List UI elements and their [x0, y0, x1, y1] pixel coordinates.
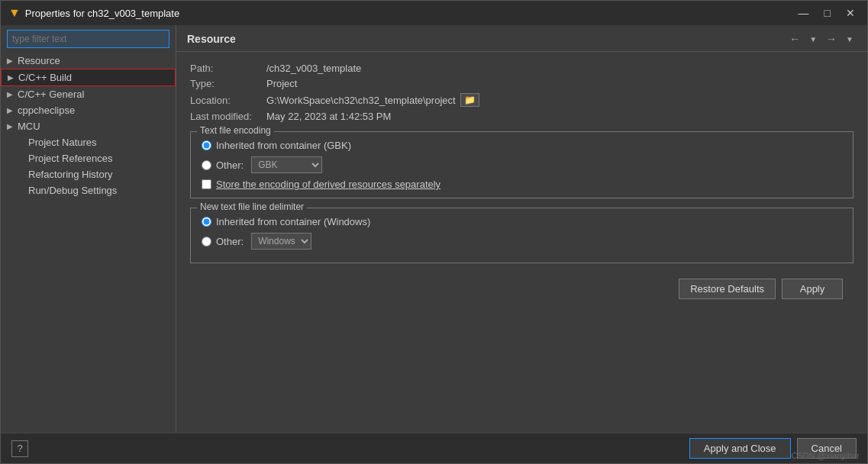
forward-dropdown-button[interactable]: ▼ — [843, 34, 857, 45]
main-header: Resource ← ▼ → ▼ — [176, 25, 867, 52]
encoding-radio2-row: Other: GBK UTF-8 ISO-8859-1 — [202, 156, 842, 173]
title-bar-left: ▼ Properties for ch32_v003_template — [8, 6, 179, 20]
encoding-radio2[interactable] — [202, 160, 211, 170]
encoding-radio2-label: Other: — [216, 160, 244, 171]
sidebar-item-label: Refactoring History — [28, 169, 169, 180]
encoding-section: Text file encoding Inherited from contai… — [190, 131, 853, 198]
location-label: Location: — [190, 95, 266, 106]
maximize-button[interactable]: □ — [820, 5, 835, 21]
newline-radio1-label: Inherited from container (Windows) — [216, 216, 370, 227]
lastmod-value: May 22, 2023 at 1:42:53 PM — [266, 111, 391, 122]
sidebar: ▶ Resource ▶ C/C++ Build ▶ C/C++ General… — [1, 25, 176, 433]
search-input[interactable] — [7, 30, 169, 48]
close-button[interactable]: ✕ — [841, 5, 860, 21]
encoding-radio1[interactable] — [202, 140, 211, 150]
path-row: Path: /ch32_v003_template — [190, 63, 853, 74]
newline-radio1[interactable] — [202, 217, 211, 227]
dialog-title: Properties for ch32_v003_template — [25, 8, 179, 19]
sidebar-item-cpp-general[interactable]: ▶ C/C++ General — [1, 86, 176, 102]
newline-radio2[interactable] — [202, 237, 211, 246]
dialog: ▼ Properties for ch32_v003_template — □ … — [0, 0, 868, 464]
sidebar-item-resource[interactable]: ▶ Resource — [1, 53, 176, 69]
path-label: Path: — [190, 63, 266, 74]
footer-wrapper: ? Apply and Close Cancel CSDN @xiaoyibar — [1, 433, 867, 463]
encoding-checkbox[interactable] — [202, 179, 211, 189]
minimize-button[interactable]: — — [794, 5, 814, 21]
lastmod-row: Last modified: May 22, 2023 at 1:42:53 P… — [190, 111, 853, 122]
main-area: Resource ← ▼ → ▼ Path: /ch32_v003_templa… — [176, 25, 867, 433]
sidebar-item-label: Project References — [28, 153, 169, 164]
arrow-icon: ▶ — [7, 56, 18, 65]
newline-radio2-label: Other: — [216, 236, 244, 247]
lastmod-label: Last modified: — [190, 111, 266, 122]
sidebar-item-label: Resource — [18, 55, 169, 66]
apply-and-close-button[interactable]: Apply and Close — [689, 438, 791, 459]
sidebar-item-project-references[interactable]: Project References — [1, 150, 176, 166]
sidebar-tree: ▶ Resource ▶ C/C++ Build ▶ C/C++ General… — [1, 53, 176, 433]
sidebar-item-cpp-build[interactable]: ▶ C/C++ Build — [1, 69, 176, 86]
apply-button[interactable]: Apply — [782, 279, 843, 299]
path-value: /ch32_v003_template — [266, 63, 361, 74]
type-value: Project — [266, 78, 297, 89]
newline-section: New text file line delimiter Inherited f… — [190, 208, 853, 263]
sidebar-item-label: C/C++ General — [18, 89, 169, 100]
type-label: Type: — [190, 78, 266, 89]
newline-dropdown[interactable]: Windows Unix Mac — [251, 233, 311, 250]
help-icon[interactable]: ? — [11, 440, 28, 457]
encoding-checkbox-label: Store the encoding of derived resources … — [216, 179, 440, 190]
back-button[interactable]: ← — [786, 31, 803, 47]
location-value: G:\WorkSpace\ch32\ch32_template\project — [266, 95, 456, 106]
newline-section-title: New text file line delimiter — [197, 201, 307, 212]
sidebar-item-refactoring-history[interactable]: Refactoring History — [1, 166, 176, 182]
forward-button[interactable]: → — [823, 31, 840, 47]
arrow-icon: ▶ — [7, 122, 18, 130]
encoding-dropdown[interactable]: GBK UTF-8 ISO-8859-1 — [251, 156, 322, 173]
footer-bar: ? Apply and Close Cancel — [1, 433, 867, 463]
newline-radio2-row: Other: Windows Unix Mac — [202, 233, 842, 250]
sidebar-item-run-debug[interactable]: Run/Debug Settings — [1, 182, 176, 198]
content-bottom-bar: Restore Defaults Apply — [190, 263, 853, 305]
sidebar-item-label: cppcheclipse — [18, 105, 169, 116]
csdn-watermark: CSDN @xiaoyibar — [792, 451, 860, 460]
encoding-section-title: Text file encoding — [197, 125, 274, 136]
restore-defaults-button[interactable]: Restore Defaults — [679, 279, 776, 299]
title-bar: ▼ Properties for ch32_v003_template — □ … — [1, 1, 867, 25]
newline-radio1-row: Inherited from container (Windows) — [202, 216, 842, 227]
sidebar-item-project-natures[interactable]: Project Natures — [1, 134, 176, 150]
arrow-icon: ▶ — [7, 106, 18, 114]
sidebar-item-label: C/C++ Build — [18, 72, 169, 83]
type-row: Type: Project — [190, 78, 853, 89]
location-row: Location: G:\WorkSpace\ch32\ch32_templat… — [190, 93, 853, 107]
arrow-icon: ▶ — [8, 73, 18, 82]
app-logo-icon: ▼ — [8, 6, 21, 20]
nav-arrows: ← ▼ → ▼ — [786, 31, 857, 47]
sidebar-item-label: Run/Debug Settings — [28, 185, 169, 196]
sidebar-item-mcu[interactable]: ▶ MCU — [1, 118, 176, 134]
dialog-body: ▶ Resource ▶ C/C++ Build ▶ C/C++ General… — [1, 25, 867, 433]
encoding-checkbox-row: Store the encoding of derived resources … — [202, 179, 842, 190]
sidebar-item-label: MCU — [18, 121, 169, 132]
sidebar-item-label: Project Natures — [28, 137, 169, 148]
back-dropdown-button[interactable]: ▼ — [806, 34, 820, 45]
encoding-radio1-row: Inherited from container (GBK) — [202, 140, 842, 151]
encoding-radio1-label: Inherited from container (GBK) — [216, 140, 351, 151]
arrow-icon: ▶ — [7, 90, 18, 98]
sidebar-item-cppcheclipse[interactable]: ▶ cppcheclipse — [1, 102, 176, 118]
location-browse-button[interactable]: 📁 — [460, 93, 479, 107]
content-area: Path: /ch32_v003_template Type: Project … — [176, 52, 867, 433]
section-title: Resource — [187, 33, 236, 45]
title-bar-controls: — □ ✕ — [794, 5, 860, 21]
